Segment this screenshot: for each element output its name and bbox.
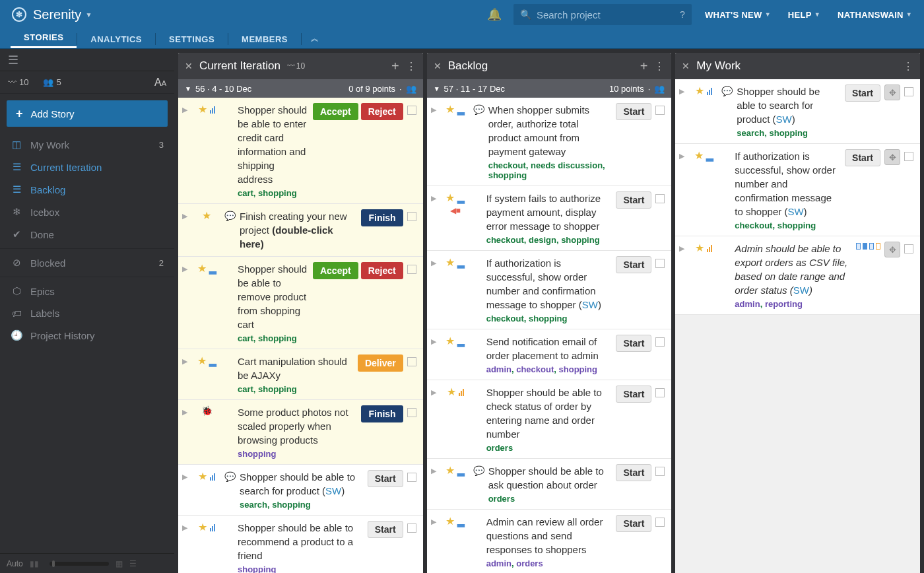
tag[interactable]: orders <box>516 558 543 568</box>
grid-view-icon[interactable]: ▦ <box>116 559 123 568</box>
tag[interactable]: admin <box>735 299 760 309</box>
tag[interactable]: reporting <box>765 299 803 309</box>
tab-analytics[interactable]: ANALYTICS <box>77 30 155 48</box>
sidebar-item-backlog[interactable]: ☰Backlog <box>0 178 174 201</box>
sidebar-item-epics[interactable]: ⬡Epics <box>0 280 174 302</box>
select-checkbox[interactable] <box>904 87 913 96</box>
expand-caret-icon[interactable]: ▶ <box>182 262 189 343</box>
tag[interactable]: shopping <box>272 500 311 510</box>
tag[interactable]: shopping <box>258 188 297 198</box>
tag[interactable]: checkout <box>735 220 772 230</box>
tag[interactable]: shopping <box>561 235 600 245</box>
deliver-button[interactable]: Deliver <box>358 354 403 372</box>
tag[interactable]: cart <box>238 384 253 394</box>
expand-caret-icon[interactable]: ▶ <box>679 242 686 309</box>
start-button[interactable]: Start <box>616 191 651 209</box>
select-checkbox[interactable] <box>655 337 665 347</box>
story-card[interactable]: ▶ 🐞 Some product photos not scaled prope… <box>178 400 423 465</box>
story-card[interactable]: ▶ ★ Shopper should be able to recommend … <box>178 516 423 573</box>
tag[interactable]: shopping <box>559 364 598 374</box>
tag[interactable]: shopping <box>488 170 527 180</box>
tag[interactable]: admin <box>486 364 512 374</box>
sidebar-item-done[interactable]: ✔Done <box>0 223 174 246</box>
story-card[interactable]: ▶ ★ Admin should be able to export order… <box>675 236 920 315</box>
expand-caret-icon[interactable]: ▶ <box>182 209 189 251</box>
expand-caret-icon[interactable]: ▶ <box>431 256 438 323</box>
comment-icon[interactable]: 💬 <box>473 464 484 504</box>
story-card[interactable]: ▶ ★▂ 💬 Shopper should be able to ask que… <box>427 459 672 510</box>
expand-caret-icon[interactable]: ▶ <box>431 103 438 180</box>
comment-icon[interactable]: 💬 <box>721 84 733 138</box>
story-card[interactable]: ▶ ★▂◀■ If system fails to authorize paym… <box>427 186 672 251</box>
search-box[interactable]: 🔍 ? <box>513 4 692 25</box>
comment-icon[interactable]: 💬 <box>224 209 236 251</box>
tab-members[interactable]: MEMBERS <box>228 30 301 48</box>
add-story-button[interactable]: + Add Story <box>7 100 168 127</box>
story-card[interactable]: ▶ ★▂ If authorization is successful, sho… <box>427 251 672 329</box>
tag[interactable]: shopping <box>238 564 277 573</box>
select-checkbox[interactable] <box>407 473 416 482</box>
tab-stories[interactable]: STORIES <box>11 28 77 48</box>
kebab-menu-icon[interactable]: ⋮ <box>406 60 416 73</box>
start-button[interactable]: Start <box>616 103 651 120</box>
story-card[interactable]: ▶ ★▂ If authorization is successful, sho… <box>675 144 920 236</box>
tag[interactable]: checkout <box>486 235 524 245</box>
tag[interactable]: checkout <box>516 364 554 374</box>
kebab-menu-icon[interactable]: ⋮ <box>654 60 665 73</box>
story-card[interactable]: ▶ ★▂ 💬 When shopper submits order, autho… <box>427 98 672 186</box>
expand-caret-icon[interactable]: ▶ <box>182 103 189 198</box>
iteration-header[interactable]: ▼ 57 · 11 - 17 Dec 10 points · 👥 <box>427 79 672 98</box>
tag[interactable]: shopping <box>529 314 568 323</box>
story-card[interactable]: ▶ ★▂ Shopper should be able to remove pr… <box>178 257 423 349</box>
accept-button[interactable]: Accept <box>313 262 358 279</box>
tag[interactable]: shopping <box>258 384 297 394</box>
sidebar-item-icebox[interactable]: ❄Icebox <box>0 201 174 223</box>
story-card[interactable]: ▶ ★ 💬 Shopper should be able to search f… <box>675 79 920 144</box>
density-auto[interactable]: Auto <box>7 559 23 568</box>
help-link[interactable]: HELP▼ <box>788 10 820 20</box>
iteration-header[interactable]: ▼ 56 · 4 - 10 Dec 0 of 9 points · 👥 <box>178 79 423 98</box>
start-button[interactable]: Start <box>616 515 651 532</box>
tag[interactable]: search <box>737 128 764 138</box>
logo-icon[interactable]: ✻ <box>12 7 26 22</box>
select-checkbox[interactable] <box>407 408 416 417</box>
story-card[interactable]: ▶ ★▂ Cart manipulation should be AJAXy c… <box>178 349 423 400</box>
velocity-indicator[interactable]: 〰10 <box>287 61 305 71</box>
move-handle-icon[interactable]: ✥ <box>884 242 900 257</box>
reject-button[interactable]: Reject <box>361 103 403 120</box>
expand-caret-icon[interactable]: ▶ <box>431 386 438 453</box>
velocity-stat[interactable]: 〰10 <box>8 77 28 87</box>
select-checkbox[interactable] <box>407 523 416 533</box>
select-checkbox[interactable] <box>655 388 665 397</box>
project-menu[interactable]: Serenity ▼ <box>33 7 92 22</box>
tag[interactable]: cart <box>238 188 253 198</box>
tag[interactable]: shopping <box>770 128 808 138</box>
select-checkbox[interactable] <box>407 106 416 115</box>
expand-caret-icon[interactable]: ▶ <box>679 84 686 138</box>
font-size-toggle[interactable]: AA <box>154 77 166 88</box>
tag[interactable]: admin <box>486 558 512 568</box>
comment-icon[interactable]: 💬 <box>473 103 484 180</box>
help-icon[interactable]: ? <box>680 9 685 20</box>
tag[interactable]: search <box>240 500 267 510</box>
story-card[interactable]: ▶ ★▂ Send notification email of order pl… <box>427 329 672 380</box>
reject-button[interactable]: Reject <box>361 262 403 279</box>
user-menu[interactable]: NATHANSWAIN▼ <box>838 10 912 20</box>
tag[interactable]: shopping <box>238 449 277 459</box>
tag[interactable]: needs discussion <box>531 160 603 170</box>
finish-button[interactable]: Finish <box>361 405 403 422</box>
density-slider[interactable] <box>50 562 109 566</box>
start-button[interactable]: Start <box>616 335 651 352</box>
expand-caret-icon[interactable]: ▶ <box>182 470 189 510</box>
select-checkbox[interactable] <box>655 106 665 115</box>
members-stat[interactable]: 👥5 <box>43 77 61 87</box>
density-compact-icon[interactable]: ▮▮ <box>30 559 39 568</box>
story-card[interactable]: ▶ ★▂ Admin can review all order question… <box>427 510 672 573</box>
select-checkbox[interactable] <box>655 194 665 203</box>
notifications-icon[interactable]: 🔔 <box>487 7 502 22</box>
sidebar-item-my-work[interactable]: ◫My Work3 <box>0 133 174 156</box>
finish-button[interactable]: Finish <box>361 209 403 226</box>
whats-new-link[interactable]: WHAT'S NEW▼ <box>705 10 771 20</box>
select-checkbox[interactable] <box>655 518 665 527</box>
tag[interactable]: checkout <box>486 314 524 323</box>
